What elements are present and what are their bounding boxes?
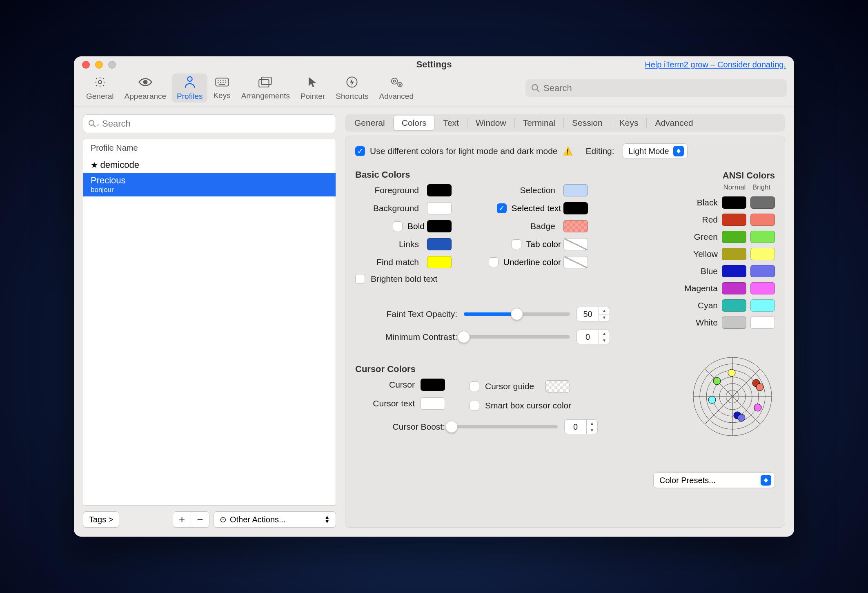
tab-terminal[interactable]: Terminal (515, 116, 563, 130)
cursor-guide-label: Cursor guide (485, 381, 534, 391)
profile-row-selected[interactable]: Precious bonjour (83, 173, 336, 196)
profile-detail: General Colors Text Window Terminal Sess… (345, 114, 785, 528)
toolbar-appearance[interactable]: Appearance (120, 74, 171, 103)
close-icon[interactable] (82, 61, 90, 69)
stepper-down[interactable]: ▼ (587, 427, 597, 434)
ansi-row-green: Green (652, 231, 775, 243)
ansi-bright-swatch[interactable] (750, 317, 775, 329)
stepper-up[interactable]: ▲ (599, 330, 610, 337)
ansi-bright-swatch[interactable] (750, 196, 775, 209)
chevron-down-icon[interactable]: ⌄ (96, 120, 100, 127)
use-different-colors-checkbox[interactable]: ✓ (355, 146, 365, 156)
ansi-label: Yellow (652, 249, 718, 259)
cursor-swatch[interactable] (421, 379, 445, 391)
ansi-normal-swatch[interactable] (722, 299, 746, 312)
toolbar-general[interactable]: General (81, 74, 119, 103)
cursor-text-swatch[interactable] (421, 397, 445, 410)
smart-box-checkbox[interactable] (470, 401, 479, 410)
tags-button[interactable]: Tags > (83, 511, 119, 528)
toolbar-shortcuts[interactable]: Shortcuts (331, 74, 373, 103)
smart-box-label: Smart box cursor color (485, 401, 571, 410)
color-wheel[interactable] (692, 357, 772, 437)
tabcolor-swatch[interactable] (563, 238, 588, 250)
findmatch-label: Find match (355, 257, 425, 267)
ansi-normal-swatch[interactable] (722, 214, 746, 226)
underline-checkbox[interactable] (489, 257, 499, 267)
foreground-swatch[interactable] (427, 184, 452, 196)
ansi-normal-swatch[interactable] (722, 282, 746, 294)
selected-text-checkbox[interactable]: ✓ (497, 203, 507, 213)
remove-profile-button[interactable]: − (191, 512, 209, 527)
cursor-guide-checkbox[interactable] (470, 381, 479, 391)
ansi-label: Magenta (652, 283, 718, 293)
tab-advanced[interactable]: Advanced (647, 116, 701, 130)
underline-swatch[interactable] (563, 256, 588, 268)
cursor-boost-stepper[interactable]: 0 ▲▼ (564, 419, 598, 434)
profile-row[interactable]: demicode (83, 157, 336, 173)
ansi-label: Black (652, 198, 718, 207)
tabcolor-checkbox[interactable] (512, 239, 521, 249)
donate-link[interactable]: Help iTerm2 grow – Consider donating. (645, 60, 786, 69)
add-profile-button[interactable]: + (173, 512, 191, 527)
other-actions-button[interactable]: ⊙ Other Actions... ▲▼ (214, 511, 336, 528)
toolbar-advanced[interactable]: Advanced (374, 74, 419, 103)
toolbar-arrangements[interactable]: Arrangements (236, 74, 295, 102)
ansi-bright-swatch[interactable] (750, 265, 775, 277)
toolbar-pointer[interactable]: Pointer (296, 74, 330, 103)
min-contrast-stepper[interactable]: 0 ▲▼ (576, 330, 610, 344)
findmatch-swatch[interactable] (427, 256, 452, 268)
selection-swatch[interactable] (563, 184, 588, 196)
tab-colors[interactable]: Colors (394, 116, 435, 130)
bold-checkbox[interactable] (393, 221, 403, 231)
faint-opacity-slider[interactable] (464, 312, 570, 316)
profile-search-input[interactable] (102, 118, 331, 129)
faint-opacity-stepper[interactable]: 50 ▲▼ (576, 307, 610, 321)
brighten-bold-checkbox[interactable] (355, 274, 365, 284)
toolbar-keys[interactable]: Keys (208, 74, 235, 102)
svg-point-29 (738, 414, 745, 421)
ansi-bright-swatch[interactable] (750, 231, 775, 243)
badge-label: Badge (471, 221, 561, 231)
editing-mode-select[interactable]: Light Mode (623, 143, 688, 159)
cursor-guide-swatch[interactable] (545, 380, 570, 392)
background-swatch[interactable] (427, 202, 452, 214)
updown-icon (673, 146, 684, 156)
tab-general[interactable]: General (346, 116, 393, 130)
ansi-bright-swatch[interactable] (750, 214, 775, 226)
toolbar-search-input[interactable] (543, 83, 781, 94)
tab-keys[interactable]: Keys (611, 116, 647, 130)
minimize-icon[interactable] (95, 61, 103, 69)
ansi-normal-swatch[interactable] (722, 231, 746, 243)
stepper-up[interactable]: ▲ (587, 420, 597, 427)
tab-session[interactable]: Session (564, 116, 611, 130)
toolbar-search[interactable] (525, 79, 787, 97)
svg-point-1 (144, 80, 147, 84)
stepper-down[interactable]: ▼ (599, 337, 610, 344)
tab-text[interactable]: Text (435, 116, 467, 130)
svg-point-8 (393, 80, 395, 82)
ansi-normal-swatch[interactable] (722, 317, 746, 329)
toolbar-profiles[interactable]: Profiles (172, 74, 207, 103)
ansi-bright-swatch[interactable] (750, 248, 775, 260)
ansi-row-magenta: Magenta (652, 282, 775, 294)
color-presets-select[interactable]: Color Presets... (653, 473, 775, 488)
ansi-normal-swatch[interactable] (722, 196, 746, 209)
profile-list: Profile Name demicode Precious bonjour (83, 139, 336, 506)
min-contrast-slider[interactable] (464, 335, 570, 339)
profile-search[interactable]: ⌄ (83, 114, 336, 133)
badge-swatch[interactable] (563, 220, 588, 232)
ansi-normal-swatch[interactable] (722, 248, 746, 260)
ansi-label: Green (652, 232, 718, 242)
tab-window[interactable]: Window (467, 116, 514, 130)
selected-text-swatch[interactable] (563, 202, 588, 214)
links-swatch[interactable] (427, 238, 452, 250)
stepper-up[interactable]: ▲ (599, 307, 610, 314)
zoom-icon[interactable] (108, 61, 116, 69)
ansi-normal-swatch[interactable] (722, 265, 746, 277)
bold-swatch[interactable] (427, 220, 452, 232)
cursor-boost-slider[interactable] (452, 425, 558, 428)
stepper-down[interactable]: ▼ (599, 314, 610, 321)
ansi-bright-swatch[interactable] (750, 299, 775, 312)
ansi-bright-swatch[interactable] (750, 282, 775, 294)
ansi-label: Cyan (652, 301, 718, 310)
